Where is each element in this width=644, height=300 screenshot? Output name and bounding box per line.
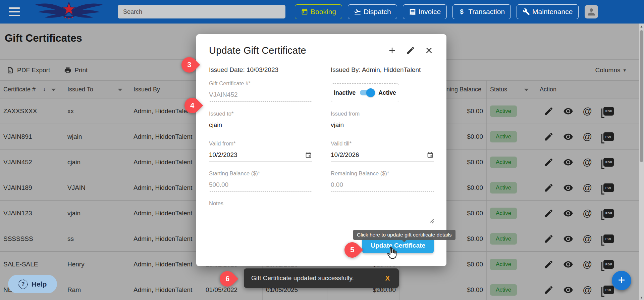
vertical-scrollbar[interactable]: ▲ ▼ (639, 24, 644, 300)
dollar-icon: $ (459, 8, 466, 15)
edit-icon[interactable] (406, 46, 415, 55)
toast-close-button[interactable]: X (385, 274, 390, 282)
search-input[interactable] (118, 5, 285, 18)
starting-balance-value: 500.00 (209, 181, 312, 192)
add-icon[interactable] (387, 46, 397, 55)
issued-from-input[interactable]: vjain (331, 121, 434, 132)
scrollbar-thumb[interactable] (640, 30, 643, 162)
calendar-icon[interactable] (305, 152, 312, 159)
update-button-tooltip: Click here to update gift certificate de… (353, 230, 455, 240)
callout-3: 3 (181, 57, 197, 73)
help-button[interactable]: ? Help (8, 275, 57, 293)
calendar-icon[interactable] (427, 152, 434, 159)
notes-textarea[interactable] (209, 211, 434, 226)
toggle-active-label: Active (378, 89, 396, 96)
gift-certificate-value: VJAIN452 (209, 91, 312, 102)
toast-notification: Gift Certificate updated successfully. X (244, 268, 399, 288)
notes-field[interactable]: Notes (209, 200, 434, 226)
callout-6: 6 (220, 271, 235, 287)
scroll-down-icon[interactable]: ▼ (639, 295, 644, 300)
callout-5: 5 (344, 242, 360, 258)
top-nav-bar: ★ ★ ★ BookingDispatchInvoice$Transaction… (0, 0, 644, 24)
nav-buttons: BookingDispatchInvoice$TransactionMainte… (295, 4, 579, 19)
plane-landing-icon (354, 8, 361, 15)
person-icon (586, 7, 596, 17)
starting-balance-field: Starting Balance ($)* 500.00 (209, 170, 312, 192)
status-toggle: Inactive Active (331, 83, 399, 102)
receipt-icon (409, 8, 416, 15)
nav-booking-button[interactable]: Booking (295, 4, 342, 19)
issued-from-field[interactable]: Issued from vjain (331, 111, 434, 132)
nav-label: Booking (311, 8, 336, 16)
nav-invoice-button[interactable]: Invoice (403, 4, 447, 19)
toggle-inactive-label: Inactive (334, 89, 356, 96)
status-toggle-cell: Inactive Active (331, 80, 434, 102)
nav-transaction-button[interactable]: $Transaction (452, 4, 511, 19)
help-label: Help (32, 280, 47, 288)
scroll-up-icon[interactable]: ▲ (639, 24, 644, 29)
valid-from-field[interactable]: Valid from* 10/2/2023 (209, 140, 312, 162)
svg-text:★: ★ (67, 17, 70, 20)
update-certificate-button[interactable]: Update Certificate (362, 238, 434, 253)
nav-dispatch-button[interactable]: Dispatch (348, 4, 397, 19)
close-icon[interactable] (424, 46, 434, 55)
issued-to-field[interactable]: Issued to* cjain (209, 111, 312, 132)
gift-certificate-field: Gift Certificate #* VJAIN452 (209, 80, 312, 102)
question-icon: ? (18, 280, 28, 289)
wrench-icon (523, 8, 530, 15)
valid-till-input[interactable]: 10/2/2026 (331, 151, 359, 159)
add-new-fab-button[interactable]: + (612, 271, 631, 290)
nav-label: Transaction (468, 8, 505, 16)
callout-4: 4 (184, 98, 200, 113)
valid-till-field[interactable]: Valid till* 10/2/2026 (331, 140, 434, 162)
active-switch[interactable] (360, 90, 374, 95)
nav-label: Maintenance (532, 8, 573, 16)
svg-text:★: ★ (71, 16, 73, 19)
company-logo: ★ ★ ★ (30, 1, 108, 23)
svg-text:★: ★ (64, 16, 66, 19)
update-gift-certificate-dialog: Update Gift Certificate Issued Date: 10/… (196, 34, 446, 266)
nav-label: Invoice (419, 8, 441, 16)
toast-message: Gift Certificate updated successfully. (251, 274, 354, 282)
nav-maintenance-button[interactable]: Maintenance (517, 4, 579, 19)
nav-label: Dispatch (364, 8, 391, 16)
issued-date-text: Issued Date: 10/03/2023 (209, 66, 312, 74)
issued-to-input[interactable]: cjain (209, 121, 312, 132)
plus-icon: + (618, 274, 625, 286)
dialog-title: Update Gift Certificate (209, 45, 306, 56)
user-avatar[interactable] (585, 5, 598, 18)
menu-icon[interactable] (9, 7, 20, 16)
remaining-balance-field: Remaining Balance ($)* 0.00 (331, 170, 434, 192)
valid-from-input[interactable]: 10/2/2023 (209, 151, 237, 159)
svg-text:$: $ (460, 8, 464, 15)
resize-handle[interactable] (429, 219, 434, 223)
calendar-icon (301, 8, 308, 15)
issued-by-text: Issued By: Admin, HiddenTalent (331, 66, 434, 74)
remaining-balance-value: 0.00 (331, 181, 434, 192)
